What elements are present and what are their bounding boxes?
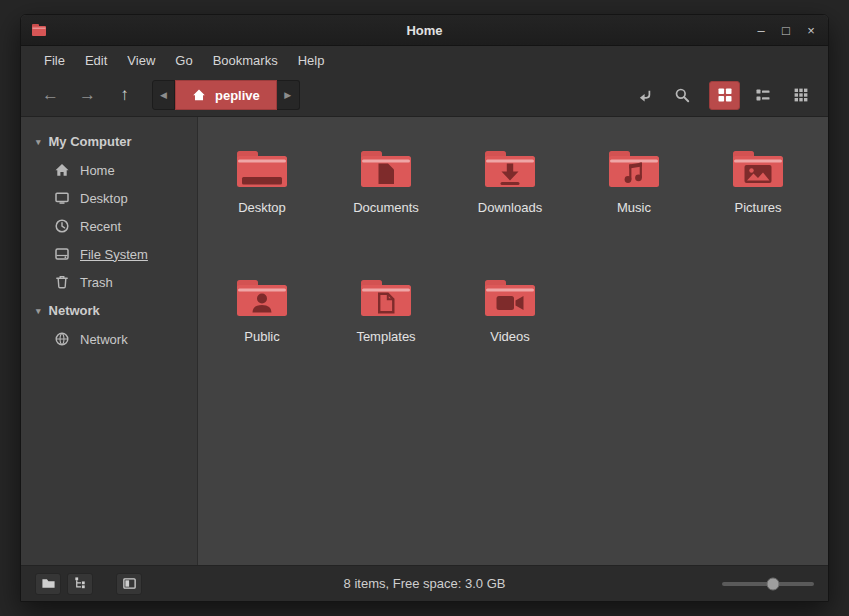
sidebar: ▾ My Computer Home Desktop Recent [21,117,198,565]
music-folder-icon [606,147,662,191]
file-label: Documents [353,200,419,215]
file-downloads[interactable]: Downloads [448,139,572,268]
sidebar-item-network[interactable]: Network [21,325,197,353]
sidebar-section-label: My Computer [49,134,132,149]
file-label: Videos [490,329,530,344]
show-places-button[interactable] [35,573,61,595]
icon-view-button[interactable] [709,81,740,110]
file-label: Desktop [238,200,286,215]
filesystem-icon [54,246,70,262]
videos-folder-icon [482,276,538,320]
file-pane[interactable]: Desktop Documents Downloads Music [198,117,828,565]
file-label: Public [244,329,279,344]
sidebar-section-label: Network [49,303,100,318]
minimize-button[interactable]: – [754,24,768,37]
places-folder-icon [41,576,56,591]
menu-bar: File Edit View Go Bookmarks Help [21,46,828,74]
toggle-location-entry-icon [636,87,653,104]
menu-go[interactable]: Go [166,48,201,73]
file-pictures[interactable]: Pictures [696,139,820,268]
menu-help[interactable]: Help [289,48,334,73]
sidebar-item-label: Desktop [80,191,128,206]
collapse-arrow-icon: ▾ [36,306,41,316]
file-templates[interactable]: Templates [324,268,448,397]
search-button[interactable] [664,80,699,110]
file-label: Downloads [478,200,542,215]
file-label: Pictures [735,200,782,215]
content-area: ▾ My Computer Home Desktop Recent [21,117,828,565]
list-view-icon [755,87,771,103]
zoom-slider-knob[interactable] [766,577,779,590]
templates-folder-icon [358,276,414,320]
desktop-background: Home – □ × File Edit View Go Bookmarks H… [0,0,849,616]
search-icon [674,87,690,103]
sidebar-item-trash[interactable]: Trash [21,268,197,296]
title-bar[interactable]: Home – □ × [21,15,828,46]
app-folder-icon [31,22,47,38]
window-title: Home [21,23,828,38]
status-bar: 8 items, Free space: 3.0 GB [21,565,828,601]
file-label: Templates [356,329,415,344]
breadcrumb-scroll-right-button[interactable]: ▶ [277,80,300,110]
network-icon [54,331,70,347]
home-icon [54,162,70,178]
icon-view-icon [717,87,733,103]
status-text: 8 items, Free space: 3.0 GB [21,576,828,591]
menu-edit[interactable]: Edit [76,48,116,73]
up-button[interactable]: ↑ [107,80,142,110]
downloads-folder-icon [482,147,538,191]
sidebar-item-home[interactable]: Home [21,156,197,184]
back-button[interactable]: ← [33,80,68,110]
view-switcher [709,81,816,110]
sidebar-item-file-system[interactable]: File System [21,240,197,268]
maximize-button[interactable]: □ [779,24,793,37]
sidebar-item-label: Trash [80,275,113,290]
sidebar-panel-icon [122,576,137,591]
collapse-arrow-icon: ▾ [36,137,41,147]
treeview-icon [73,576,88,591]
toolbar: ← → ↑ ◀ peplive ▶ [21,74,828,117]
trash-icon [54,274,70,290]
toggle-location-entry-button[interactable] [627,80,662,110]
list-view-button[interactable] [747,81,778,110]
sidebar-item-label: Home [80,163,115,178]
file-manager-window: Home – □ × File Edit View Go Bookmarks H… [20,14,829,602]
home-icon [192,88,206,102]
zoom-slider[interactable] [722,577,814,591]
public-folder-icon [234,276,290,320]
sidebar-item-label: Network [80,332,128,347]
compact-view-icon [793,87,809,103]
toggle-sidebar-button[interactable] [116,573,142,595]
menu-bookmarks[interactable]: Bookmarks [204,48,287,73]
sidebar-section-network[interactable]: ▾ Network [21,296,197,325]
file-public[interactable]: Public [200,268,324,397]
file-documents[interactable]: Documents [324,139,448,268]
compact-view-button[interactable] [785,81,816,110]
show-treeview-button[interactable] [67,573,93,595]
sidebar-item-desktop[interactable]: Desktop [21,184,197,212]
menu-file[interactable]: File [35,48,74,73]
close-button[interactable]: × [804,24,818,37]
pictures-folder-icon [730,147,786,191]
forward-button[interactable]: → [70,80,105,110]
file-music[interactable]: Music [572,139,696,268]
documents-folder-icon [358,147,414,191]
sidebar-item-label: File System [80,247,148,262]
window-controls: – □ × [754,24,818,37]
sidebar-item-label: Recent [80,219,121,234]
file-label: Music [617,200,651,215]
desktop-icon [54,190,70,206]
breadcrumb-scroll-left-button[interactable]: ◀ [152,80,175,110]
recent-icon [54,218,70,234]
sidebar-item-recent[interactable]: Recent [21,212,197,240]
desktop-folder-icon [234,147,290,191]
files-grid: Desktop Documents Downloads Music [200,139,828,397]
breadcrumb-label: peplive [215,88,260,103]
file-videos[interactable]: Videos [448,268,572,397]
breadcrumb-home-button[interactable]: peplive [175,80,277,110]
breadcrumb: ◀ peplive ▶ [152,80,300,110]
file-desktop[interactable]: Desktop [200,139,324,268]
sidebar-section-my-computer[interactable]: ▾ My Computer [21,127,197,156]
menu-view[interactable]: View [118,48,164,73]
